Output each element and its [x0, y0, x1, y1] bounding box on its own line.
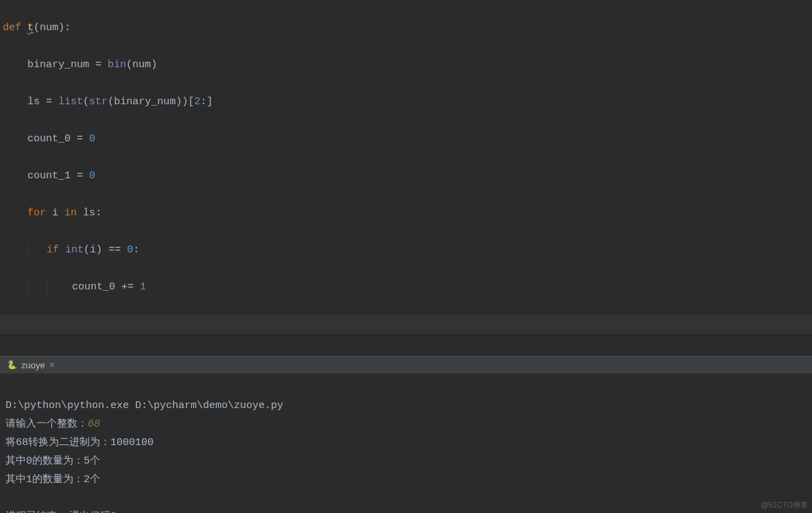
code-editor[interactable]: def t(num): binary_num = bin(num) ls = l…	[0, 0, 812, 315]
builtin-str: str	[89, 96, 108, 108]
code-line: if int(i) == 0:	[3, 241, 809, 259]
console-prompt: 请输入一个整数：	[5, 418, 88, 430]
console-blank-line	[5, 492, 12, 504]
console-output-line: 其中0的数量为：5个	[5, 455, 100, 467]
run-console[interactable]: D:\python\python.exe D:\pycharm\demo\zuo…	[0, 374, 812, 513]
watermark: @51CTO博客	[761, 500, 808, 510]
code-line: count_0 = 0	[3, 130, 809, 148]
function-name: t	[27, 22, 34, 34]
run-tabbar: 🐍 zuoye ×	[0, 357, 812, 374]
code-line: def t(num):	[3, 19, 809, 37]
code-line: count_0 += 1	[3, 278, 809, 296]
builtin-int: int	[65, 244, 84, 256]
code-line: count_1 = 0	[3, 167, 809, 185]
parameter: num	[40, 22, 58, 34]
keyword-def: def	[3, 22, 21, 34]
editor-footer-bar	[0, 315, 812, 335]
keyword-in: in	[64, 207, 77, 219]
variable: binary_num	[27, 59, 89, 71]
console-output-line: 将68转换为二进制为：1000100	[5, 437, 154, 449]
python-file-icon: 🐍	[7, 360, 17, 370]
close-icon[interactable]: ×	[49, 359, 55, 370]
builtin-bin: bin	[108, 59, 126, 71]
console-command: D:\python\python.exe D:\pycharm\demo\zuo…	[5, 400, 283, 411]
code-line: ls = list(str(binary_num))[2:]	[3, 93, 809, 111]
run-tab-zuoye[interactable]: 🐍 zuoye ×	[3, 357, 59, 373]
console-user-input: 68	[88, 418, 100, 430]
code-line: for i in ls:	[3, 204, 809, 222]
console-output-line: 其中1的数量为：2个	[5, 474, 100, 486]
keyword-for: for	[27, 207, 46, 219]
code-line: binary_num = bin(num)	[3, 56, 809, 74]
run-tab-label: zuoye	[21, 360, 45, 370]
builtin-list: list	[58, 96, 83, 108]
gap	[0, 335, 812, 356]
keyword-if: if	[47, 244, 59, 256]
